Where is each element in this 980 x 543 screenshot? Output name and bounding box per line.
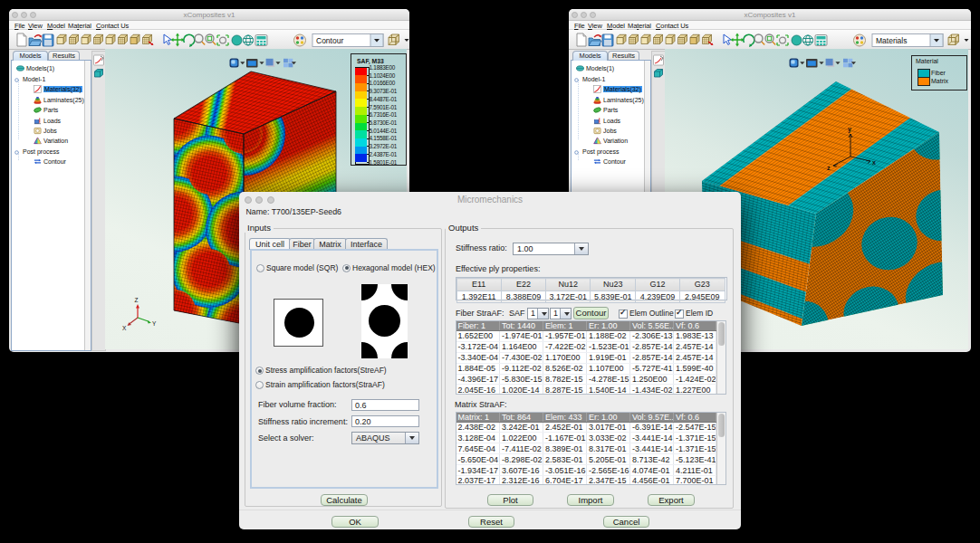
svg-text:X: X (122, 325, 127, 331)
svg-text:Materials: Materials (876, 36, 907, 45)
svg-text:Contour: Contour (316, 36, 343, 45)
svg-text:Y: Y (152, 320, 157, 327)
svg-text:Z: Z (135, 297, 139, 303)
svg-text:y: y (848, 126, 851, 133)
svg-text:x: x (872, 159, 876, 166)
svg-text:z: z (827, 165, 831, 171)
